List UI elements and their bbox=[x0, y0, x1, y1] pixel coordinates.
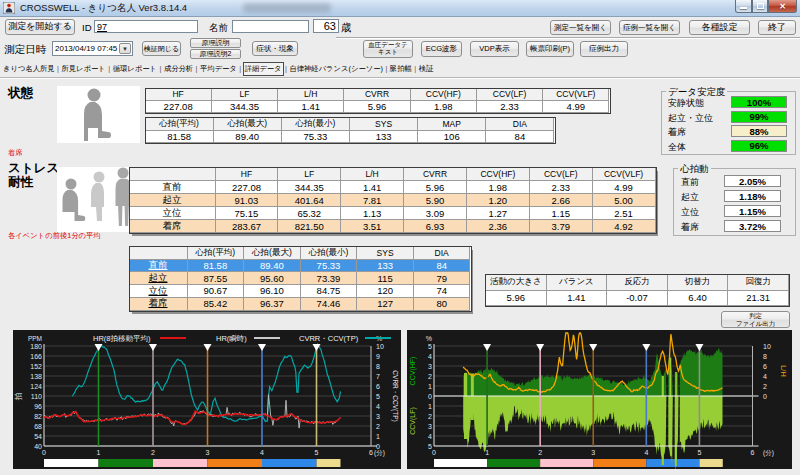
column-header: 心拍(平均) bbox=[188, 247, 245, 260]
settings-button[interactable]: 各種設定 bbox=[689, 20, 750, 35]
column-header: CCV(VLF) bbox=[543, 89, 609, 101]
column-header: 回復力 bbox=[728, 275, 789, 291]
axis-tick-label: 2 bbox=[763, 383, 767, 390]
state-note: 着席 bbox=[8, 148, 23, 158]
axis-tick-label: 5 bbox=[428, 343, 432, 350]
vdp-display-button[interactable]: VDP表示 bbox=[470, 41, 519, 57]
principle2-button[interactable]: 原理説明2 bbox=[190, 49, 241, 59]
value-cell: 283.67 bbox=[216, 220, 279, 233]
window-title: CROSSWELL - きりつ名人 Ver3.8.14.4 bbox=[20, 2, 187, 15]
axis-tick-label: 82 bbox=[34, 413, 42, 420]
gb-stability-label-3: 着席 bbox=[668, 126, 686, 139]
axis-tick-label: 9 bbox=[376, 353, 380, 360]
row-label-立位[interactable]: 立位 bbox=[130, 285, 188, 298]
y-axis-unit-left: PPM bbox=[28, 335, 42, 342]
principle1-button[interactable]: 原理説明 bbox=[190, 38, 241, 48]
phase-segment bbox=[99, 459, 154, 467]
phase-segment bbox=[487, 459, 540, 467]
judge-label-line2: ファイル出力 bbox=[736, 320, 776, 327]
judge-file-output-button[interactable]: 判定ファイル出力 bbox=[721, 311, 790, 328]
tab-6[interactable]: 詳細データ bbox=[243, 62, 284, 76]
dropdown-arrow-icon[interactable]: ▼ bbox=[119, 43, 131, 54]
age-input[interactable]: 63 bbox=[313, 19, 339, 33]
state-section-label: 状態 bbox=[8, 87, 33, 101]
axis-tick-label: 4 bbox=[428, 353, 432, 360]
maximize-button[interactable] bbox=[752, 0, 768, 13]
symptoms-button[interactable]: 症状・現象 bbox=[252, 41, 298, 56]
column-header bbox=[130, 247, 188, 260]
axis-tick-label: 10 bbox=[763, 343, 771, 350]
value-cell: 91.03 bbox=[216, 194, 279, 207]
row-label-着席[interactable]: 着席 bbox=[130, 298, 188, 311]
close-verify-button[interactable]: 検証閉じる bbox=[142, 41, 181, 56]
phase-segment bbox=[262, 459, 317, 467]
event-marker-triangle bbox=[642, 344, 650, 351]
value-cell: 133 bbox=[350, 131, 418, 144]
print-form-button[interactable]: 帳票印刷(P) bbox=[526, 41, 574, 57]
minimize-icon bbox=[740, 7, 747, 9]
tab-8[interactable]: 脈拍幅 bbox=[389, 63, 413, 75]
legend-label: CVRR・CCV(TP) bbox=[299, 334, 359, 343]
name-input[interactable] bbox=[232, 20, 309, 33]
row-label-起立[interactable]: 起立 bbox=[130, 272, 188, 285]
axis-tick-label: 5 bbox=[376, 393, 380, 400]
column-header: LF bbox=[278, 168, 341, 181]
tab-2[interactable]: 所見レポート bbox=[61, 63, 107, 75]
tab-1[interactable]: きりつ名人所見 bbox=[2, 63, 56, 75]
seated-person-icon bbox=[57, 86, 140, 143]
value-cell: 96.37 bbox=[244, 298, 301, 311]
gb-stability-value-4: 96% bbox=[731, 140, 787, 152]
axis-tick-label: 8 bbox=[376, 363, 380, 370]
start-measure-button[interactable]: 測定を開始する bbox=[5, 19, 75, 35]
stress-note: 各イベントの前後1分の平均 bbox=[8, 231, 101, 241]
phase-segment bbox=[540, 459, 593, 467]
close-icon: ✕ bbox=[779, 2, 786, 11]
gb-stability-value-1: 100% bbox=[731, 96, 787, 108]
value-cell: 84.75 bbox=[301, 285, 358, 298]
gb-stability-value-2: 99% bbox=[731, 111, 787, 123]
axis-tick-label: 5 bbox=[315, 449, 319, 456]
value-cell: 5.96 bbox=[344, 101, 410, 113]
datetime-select[interactable]: 2013/04/19 07:45 ▼ bbox=[52, 41, 133, 56]
value-cell: 1.98 bbox=[411, 101, 477, 113]
lf-overshoot-column bbox=[675, 372, 677, 466]
ecg-wave-button[interactable]: ECG波形 bbox=[421, 41, 462, 57]
gb-heartbeat-label-4: 着席 bbox=[681, 221, 699, 234]
column-header: CCV(VLF) bbox=[593, 168, 656, 181]
axis-tick-label: 4 bbox=[260, 449, 264, 456]
column-header: HF bbox=[216, 168, 279, 181]
gb-heartbeat-value-2: 1.18% bbox=[724, 190, 781, 202]
row-label-直前[interactable]: 直前 bbox=[130, 260, 188, 273]
row-label-直前: 直前 bbox=[130, 181, 216, 194]
value-cell: 344.35 bbox=[278, 181, 341, 194]
id-input[interactable]: 97 bbox=[94, 20, 198, 33]
toolbar-divider bbox=[336, 37, 800, 39]
tab-3[interactable]: 循環レポート bbox=[112, 63, 158, 75]
activity-metrics-table: 活動の大きさバランス反応力切替力回復力5.961.41-0.076.4021.3… bbox=[485, 274, 790, 307]
name-label: 名前 bbox=[209, 22, 228, 35]
bp-data-text-button[interactable]: 血圧データテキスト bbox=[363, 40, 413, 58]
value-cell: 75.15 bbox=[216, 207, 279, 220]
lf-overshoot-column bbox=[471, 374, 474, 421]
axis-tick-label: 4 bbox=[644, 449, 648, 456]
tab-9[interactable]: 検証 bbox=[418, 63, 435, 75]
event-marker-triangle bbox=[95, 344, 103, 351]
axis-tick-label: 3 bbox=[428, 363, 432, 370]
open-measure-list-button[interactable]: 測定一覧を開く bbox=[550, 20, 611, 35]
value-cell: 95.60 bbox=[244, 272, 301, 285]
open-case-list-button[interactable]: 症例一覧を開く bbox=[619, 20, 680, 35]
value-cell: 84 bbox=[486, 131, 554, 144]
exit-button[interactable]: 終了 bbox=[758, 20, 796, 35]
minimize-button[interactable] bbox=[735, 0, 752, 13]
tab-7[interactable]: 自律神経バランス(シーソー) bbox=[288, 63, 383, 75]
value-cell: 1.98 bbox=[467, 181, 530, 194]
column-header: MAP bbox=[418, 118, 486, 131]
case-export-button[interactable]: 症例出力 bbox=[580, 41, 628, 57]
gb-heartbeat-label-2: 起立 bbox=[681, 191, 699, 204]
lf-overshoot-column bbox=[662, 376, 664, 465]
value-cell: 74.46 bbox=[301, 298, 358, 311]
tab-4[interactable]: 成分分析 bbox=[163, 63, 194, 75]
tab-5[interactable]: 平均データ bbox=[199, 63, 238, 75]
close-button[interactable]: ✕ bbox=[768, 0, 797, 13]
value-cell: 120 bbox=[357, 285, 414, 298]
